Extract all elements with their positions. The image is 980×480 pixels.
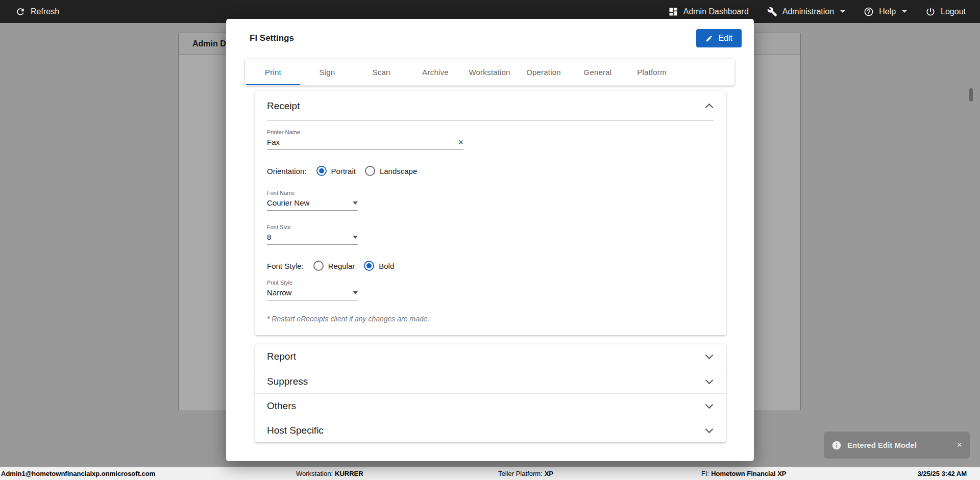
dropdown-arrow-icon: [353, 291, 358, 294]
scrollbar-thumb[interactable]: [969, 88, 973, 102]
portrait-radio[interactable]: [316, 166, 327, 176]
chevron-down-icon: [840, 10, 845, 13]
administration-menu[interactable]: Administration: [767, 7, 845, 17]
power-icon: [925, 7, 936, 17]
print-style-select[interactable]: Narrow: [267, 288, 358, 300]
tab-label: Operation: [526, 68, 561, 77]
receipt-section: Receipt Printer Name Fax × Orientation: …: [255, 91, 726, 335]
status-bar: Admin1@hometownfinancialxp.onmicrosoft.c…: [0, 467, 980, 480]
orientation-label: Orientation:: [267, 167, 307, 175]
info-icon: [831, 440, 842, 450]
pencil-icon: [705, 35, 713, 42]
receipt-body: Printer Name Fax × Orientation: Portrait…: [255, 121, 726, 335]
tab-platform[interactable]: Platform: [625, 59, 679, 85]
tab-label: Platform: [637, 68, 666, 77]
help-icon: [864, 7, 874, 17]
receipt-title: Receipt: [267, 100, 300, 112]
chevron-down-icon: [705, 351, 714, 360]
print-style-value: Narrow: [267, 288, 291, 297]
printer-name-input[interactable]: Fax ×: [267, 138, 463, 150]
suppress-title: Suppress: [267, 376, 308, 387]
report-accordion-header[interactable]: Report: [255, 344, 726, 369]
tab-general[interactable]: General: [571, 59, 625, 85]
workstation-label: Workstation:: [296, 470, 333, 477]
tab-scan[interactable]: Scan: [354, 59, 408, 85]
landscape-radio[interactable]: [365, 166, 375, 176]
teller-platform-value: XP: [545, 470, 553, 477]
tab-label: Print: [265, 68, 281, 77]
tab-operation[interactable]: Operation: [517, 59, 571, 85]
workstation-value: KURRER: [335, 470, 363, 477]
print-style-label: Print Style: [267, 280, 714, 286]
clear-icon[interactable]: ×: [458, 139, 463, 146]
dropdown-arrow-icon: [353, 236, 358, 239]
logged-in-user: Admin1@hometownfinancialxp.onmicrosoft.c…: [1, 467, 155, 480]
suppress-accordion-header[interactable]: Suppress: [255, 369, 726, 393]
collapsed-accordions: Report Suppress Others Host Specific: [255, 344, 726, 442]
others-title: Others: [267, 400, 296, 412]
bold-radio[interactable]: [364, 261, 374, 271]
settings-tabs: Print Sign Scan Archive Workstation Oper…: [245, 59, 734, 86]
tab-label: General: [584, 68, 612, 77]
tab-sign[interactable]: Sign: [300, 59, 354, 85]
refresh-label: Refresh: [31, 7, 59, 16]
accordion-area: Receipt Printer Name Fax × Orientation: …: [255, 91, 726, 442]
edit-button[interactable]: Edit: [696, 29, 742, 47]
admin-dashboard-nav[interactable]: Admin Dashboard: [668, 7, 749, 17]
font-size-select[interactable]: 8: [267, 233, 358, 245]
admin-dashboard-label: Admin Dashboard: [683, 7, 749, 16]
workstation-status: Workstation:KURRER: [296, 467, 363, 480]
host-specific-title: Host Specific: [267, 425, 324, 436]
toast-notification: Entered Edit Model ×: [824, 432, 970, 459]
help-menu[interactable]: Help: [864, 7, 907, 17]
help-label: Help: [879, 7, 896, 16]
tab-print[interactable]: Print: [246, 59, 300, 85]
dialog-header: FI Settings Edit: [226, 19, 754, 58]
font-size-label: Font Size: [267, 224, 714, 230]
chevron-down-icon: [902, 10, 907, 13]
restart-note: * Restart eReceipts client if any change…: [267, 315, 714, 323]
refresh-icon: [15, 7, 26, 17]
others-accordion-header[interactable]: Others: [255, 393, 726, 418]
chevron-up-icon: [705, 104, 714, 112]
host-specific-accordion-header[interactable]: Host Specific: [255, 418, 726, 442]
orientation-group: Orientation: Portrait Landscape: [267, 165, 714, 176]
tab-label: Scan: [373, 68, 390, 77]
tab-archive[interactable]: Archive: [408, 59, 462, 85]
edit-button-label: Edit: [718, 34, 732, 43]
chevron-down-icon: [705, 376, 714, 384]
printer-name-value: Fax: [267, 138, 280, 146]
bold-radio-label: Bold: [379, 262, 394, 270]
fi-value: Hometown Financial XP: [711, 470, 786, 477]
tab-label: Archive: [422, 68, 448, 77]
chevron-down-icon: [705, 425, 714, 433]
font-name-select[interactable]: Courier New: [267, 198, 358, 211]
font-style-group: Font Style: Regular Bold: [267, 260, 714, 271]
regular-radio[interactable]: [313, 261, 324, 271]
font-style-label: Font Style:: [267, 262, 304, 270]
teller-platform-status: Teller Platform:XP: [498, 467, 553, 480]
close-icon[interactable]: ×: [957, 440, 962, 450]
regular-radio-label: Regular: [328, 262, 355, 270]
printer-name-label: Printer Name: [267, 129, 714, 135]
dashboard-icon: [668, 7, 678, 17]
tab-label: Sign: [320, 68, 335, 77]
datetime-status: 3/25/25 3:42 AM: [918, 467, 967, 480]
font-name-value: Courier New: [267, 198, 309, 207]
fi-label: FI:: [701, 470, 709, 477]
logout-button[interactable]: Logout: [925, 7, 966, 17]
teller-platform-label: Teller Platform:: [498, 470, 543, 477]
dialog-title: FI Settings: [250, 33, 294, 43]
dropdown-arrow-icon: [353, 201, 358, 205]
refresh-button[interactable]: Refresh: [15, 7, 59, 17]
administration-label: Administration: [782, 7, 834, 16]
font-size-value: 8: [267, 233, 271, 241]
tab-label: Workstation: [469, 68, 510, 77]
tab-workstation[interactable]: Workstation: [462, 59, 517, 85]
portrait-radio-label: Portrait: [331, 167, 356, 175]
wrench-icon: [767, 7, 777, 17]
chevron-down-icon: [705, 400, 714, 409]
receipt-accordion-header[interactable]: Receipt: [255, 91, 726, 120]
fi-status: FI:Hometown Financial XP: [701, 467, 787, 480]
logout-label: Logout: [941, 7, 966, 16]
